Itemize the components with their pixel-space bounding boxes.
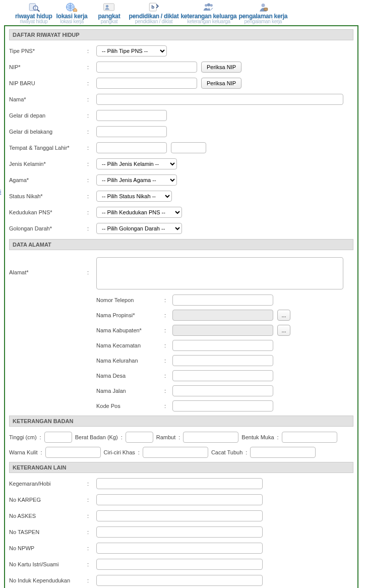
select-tipe-pns[interactable]: -- Pilih Tipe PNS --	[96, 45, 167, 56]
colon: :	[87, 561, 96, 567]
colon: :	[246, 449, 247, 455]
label-tipe-pns: Tipe PNS*	[9, 48, 87, 54]
select-jenis-kelamin[interactable]: -- Pilih Jenis Kelamin --	[96, 158, 177, 169]
nav-riwayat-hidup[interactable]: riwayat hidup riwayat hidup	[15, 1, 52, 24]
label-kecamatan: Nama Kecamatan	[96, 342, 164, 348]
section-alamat-header: DATA ALAMAT	[9, 239, 353, 250]
input-jalan[interactable]	[172, 385, 273, 396]
input-taspen[interactable]	[96, 526, 263, 538]
select-kedudukan-pns[interactable]: -- Pilih Kedudukan PNS --	[96, 207, 182, 218]
label-kodepos: Kode Pos	[96, 403, 164, 409]
colon: :	[138, 449, 140, 455]
input-bentuk-muka[interactable]	[282, 432, 337, 443]
input-karpeg[interactable]	[96, 494, 263, 505]
colon: :	[164, 327, 172, 333]
colon: :	[87, 129, 96, 135]
colon: :	[40, 434, 41, 440]
label-karpeg: No KARPEG	[9, 497, 87, 503]
input-warna-kulit[interactable]	[45, 447, 101, 458]
input-npwp[interactable]	[96, 543, 263, 554]
magnifier-doc-icon	[15, 1, 52, 13]
label-kartu-istri-suami: No Kartu Istri/Suami	[9, 561, 87, 567]
label-kelurahan: Nama Kelurahan	[96, 358, 164, 364]
colon: :	[277, 434, 279, 440]
colon: :	[164, 403, 172, 409]
input-kecamatan[interactable]	[172, 340, 273, 351]
input-rambut[interactable]	[183, 432, 238, 443]
colon: :	[164, 373, 172, 379]
nav-pengalaman-kerja[interactable]: pengalaman kerja pengalaman kerja	[238, 1, 287, 24]
colon: :	[40, 449, 42, 455]
colon: :	[87, 145, 96, 151]
input-desa[interactable]	[172, 370, 273, 381]
nav-sub: keterangan keluarga	[180, 19, 236, 24]
colon: :	[121, 434, 123, 440]
input-nip[interactable]	[96, 62, 197, 73]
input-nik[interactable]	[96, 575, 263, 586]
label-jk: Jenis Kelamin*	[9, 161, 87, 167]
nav-sub: riwayat hidup	[15, 19, 52, 24]
input-kartu-istri-suami[interactable]	[96, 559, 263, 570]
nav-pangkat[interactable]: pangkat pangkat	[91, 1, 127, 24]
input-nama[interactable]	[96, 94, 343, 105]
colon: :	[87, 497, 96, 503]
label-gelar-belakang: Gelar di belakang	[9, 129, 87, 135]
input-berat[interactable]	[126, 432, 153, 443]
input-gelar-depan[interactable]	[96, 110, 167, 121]
input-hobi[interactable]	[96, 478, 263, 489]
colon: :	[164, 312, 172, 318]
colon: :	[87, 481, 96, 487]
label-nik: No Induk Kependudukan	[9, 577, 87, 583]
nav-lokasi-kerja[interactable]: lokasi kerja lokasi kerja	[54, 1, 89, 24]
colon: :	[87, 529, 96, 535]
svg-rect-12	[264, 8, 268, 11]
label-ttl: Tempat & Tanggal Lahir*	[9, 145, 87, 151]
worker-icon	[238, 1, 287, 13]
input-telepon[interactable]	[172, 295, 273, 306]
label-berat: Berat Badan (Kg)	[75, 434, 118, 440]
colon: :	[178, 434, 180, 440]
label-jalan: Nama Jalan	[96, 388, 164, 394]
section-badan-header: KETERANGAN BADAN	[9, 416, 353, 427]
textarea-alamat[interactable]	[96, 257, 343, 289]
input-tinggi[interactable]	[44, 432, 72, 443]
nav-pendidikan[interactable]: b pendidikan / diklat pendidikan / dikla…	[129, 1, 178, 24]
input-gelar-belakang[interactable]	[96, 126, 167, 137]
nav-sub: pengalaman kerja	[238, 19, 287, 24]
colon: :	[87, 177, 96, 183]
svg-line-2	[37, 10, 39, 12]
nav-sub: lokasi kerja	[54, 19, 89, 24]
label-warna-kulit: Warna Kulit	[9, 449, 37, 455]
lookup-kabupaten-button[interactable]: ...	[277, 325, 290, 336]
input-tanggal-lahir[interactable]	[171, 142, 206, 153]
label-nip-baru: NIP BARU	[9, 80, 87, 86]
select-golongan-darah[interactable]: -- Pilih Golongan Darah --	[96, 223, 182, 234]
label-npwp: No NPWP	[9, 545, 87, 551]
periksa-nip-baru-button[interactable]: Periksa NIP	[201, 78, 241, 89]
periksa-nip-button[interactable]: Periksa NIP	[201, 62, 241, 73]
lookup-propinsi-button[interactable]: ...	[277, 310, 290, 321]
colon: :	[87, 209, 96, 215]
input-ciri-khas[interactable]	[143, 447, 208, 458]
svg-text:b: b	[151, 4, 154, 10]
input-kelurahan[interactable]	[172, 355, 273, 366]
input-askes[interactable]	[96, 510, 263, 521]
svg-point-10	[210, 4, 213, 7]
section-lain-header: KETERANGAN LAIN	[9, 462, 353, 473]
select-status-nikah[interactable]: -- Pilih Status Nikah --	[96, 191, 172, 202]
colon: :	[87, 545, 96, 551]
section-riwayat-header: DAFTAR RIWAYAT HIDUP	[9, 29, 353, 40]
input-tempat-lahir[interactable]	[96, 142, 167, 153]
input-propinsi	[172, 310, 273, 321]
label-tinggi: Tinggi (cm)	[9, 434, 37, 440]
input-cacat-tubuh[interactable]	[250, 447, 316, 458]
select-agama[interactable]: -- Pilih Jenis Agama --	[96, 174, 177, 186]
input-nip-baru[interactable]	[96, 78, 197, 89]
form-frame: DAFTAR RIWAYAT HIDUP Tipe PNS* : -- Pili…	[4, 25, 358, 588]
input-kodepos[interactable]	[172, 400, 273, 411]
nav-sub: pendidikan / diklat	[129, 19, 178, 24]
nav-keterangan-keluarga[interactable]: keterangan keluarga keterangan keluarga	[180, 1, 236, 24]
colon: :	[164, 388, 172, 394]
side-link[interactable]: i	[0, 189, 1, 195]
colon: :	[87, 577, 96, 583]
